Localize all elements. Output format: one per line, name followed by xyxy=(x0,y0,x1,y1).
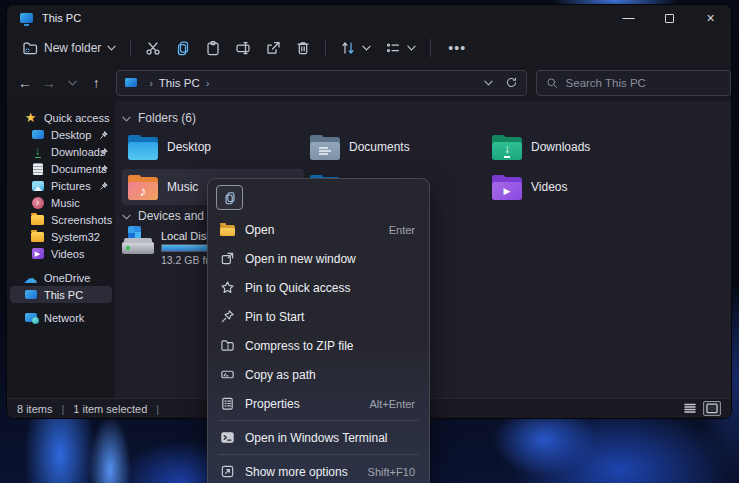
paste-icon xyxy=(205,40,221,56)
pin-icon xyxy=(100,129,108,141)
sidebar-item-videos[interactable]: ▶ Videos xyxy=(7,245,115,262)
navigation-bar: ← → ↑ › This PC › Search This PC xyxy=(7,64,731,101)
menu-separator xyxy=(218,454,419,455)
pin-icon xyxy=(100,146,108,158)
toolbar-divider xyxy=(130,39,131,57)
maximize-icon xyxy=(665,14,674,23)
breadcrumb-separator: › xyxy=(149,77,153,89)
folder-icon xyxy=(31,230,44,243)
sidebar-item-pictures[interactable]: Pictures xyxy=(7,177,115,194)
sidebar-item-onedrive[interactable]: ☁ OneDrive xyxy=(7,269,115,286)
recent-locations-chevron[interactable] xyxy=(61,71,85,95)
search-icon xyxy=(546,77,558,89)
refresh-icon[interactable] xyxy=(505,76,518,89)
menu-item-show-more-options[interactable]: Show more options Shift+F10 xyxy=(212,457,425,483)
pictures-icon xyxy=(31,179,44,192)
menu-item-properties[interactable]: Properties Alt+Enter xyxy=(212,389,425,418)
copy-button[interactable] xyxy=(168,35,198,61)
menu-separator xyxy=(218,420,419,421)
collapse-chevron-icon xyxy=(122,209,131,223)
menu-item-open-new-window[interactable]: Open in new window xyxy=(212,244,425,273)
breadcrumb-separator: › xyxy=(206,77,210,89)
context-menu: Open Enter Open in new window Pin to Qui… xyxy=(207,178,430,483)
open-new-window-icon xyxy=(220,251,235,266)
cut-button[interactable] xyxy=(138,35,168,61)
command-bar: New folder xyxy=(7,31,731,64)
network-icon xyxy=(24,311,37,324)
up-button[interactable]: ↑ xyxy=(84,71,108,95)
sidebar-item-desktop[interactable]: Desktop xyxy=(7,126,115,143)
desktop-wallpaper: This PC — × New folder xyxy=(0,0,739,483)
show-more-icon xyxy=(220,464,235,479)
sidebar-item-network[interactable]: Network xyxy=(7,309,115,326)
pin-icon xyxy=(100,163,108,175)
onedrive-cloud-icon: ☁ xyxy=(24,271,37,284)
window-title: This PC xyxy=(42,12,81,24)
minimize-button[interactable]: — xyxy=(608,5,649,31)
large-icons-view-button[interactable] xyxy=(703,401,721,416)
folder-tile-desktop[interactable]: Desktop xyxy=(122,129,304,165)
menu-item-compress-zip[interactable]: Compress to ZIP file xyxy=(212,331,425,360)
search-placeholder: Search This PC xyxy=(566,77,646,89)
share-icon xyxy=(265,40,281,56)
sidebar-item-system32[interactable]: System32 xyxy=(7,228,115,245)
sidebar-item-downloads[interactable]: ↓ Downloads xyxy=(7,143,115,160)
back-button[interactable]: ← xyxy=(13,71,37,95)
paste-button[interactable] xyxy=(198,35,228,61)
videos-icon: ▶ xyxy=(31,247,44,260)
document-icon xyxy=(31,162,44,175)
folder-tile-downloads[interactable]: ↓ Downloads xyxy=(486,129,668,165)
title-bar[interactable]: This PC — × xyxy=(7,5,731,31)
rename-icon xyxy=(235,40,251,56)
breadcrumb[interactable]: This PC xyxy=(159,77,200,89)
downloads-folder-icon: ↓ xyxy=(492,135,522,160)
star-icon: ★ xyxy=(24,111,37,124)
menu-item-open-windows-terminal[interactable]: Open in Windows Terminal xyxy=(212,423,425,452)
folder-tile-videos[interactable]: ▶ Videos xyxy=(486,169,668,205)
sidebar-item-quick-access[interactable]: ★ Quick access xyxy=(7,109,115,126)
sidebar-item-music[interactable]: ♪ Music xyxy=(7,194,115,211)
copy-path-icon xyxy=(220,367,235,382)
menu-item-open[interactable]: Open Enter xyxy=(212,215,425,244)
sort-icon xyxy=(340,40,356,56)
status-divider: | xyxy=(61,403,64,415)
folders-section-header[interactable]: Folders (6) xyxy=(122,111,196,125)
toolbar-divider xyxy=(325,39,326,57)
close-button[interactable]: × xyxy=(690,5,731,31)
this-pc-icon xyxy=(24,288,37,301)
sidebar-item-this-pc[interactable]: This PC xyxy=(10,286,112,303)
maximize-button[interactable] xyxy=(649,5,690,31)
open-folder-icon xyxy=(220,224,235,236)
view-button[interactable] xyxy=(378,35,423,61)
status-divider: | xyxy=(156,403,159,415)
menu-item-copy-as-path[interactable]: Copy as path xyxy=(212,360,425,389)
navigation-pane: ★ Quick access Desktop ↓ Downloads Docum… xyxy=(7,101,115,398)
delete-button[interactable] xyxy=(288,35,318,61)
menu-item-pin-quick-access[interactable]: Pin to Quick access xyxy=(212,273,425,302)
copy-icon xyxy=(175,40,191,56)
share-button[interactable] xyxy=(258,35,288,61)
documents-folder-icon xyxy=(310,135,340,160)
selected-count: 1 item selected xyxy=(73,403,147,415)
sidebar-item-screenshots[interactable]: Screenshots xyxy=(7,211,115,228)
see-more-button[interactable]: ••• xyxy=(438,40,476,56)
sidebar-item-documents[interactable]: Documents xyxy=(7,160,115,177)
properties-icon xyxy=(220,396,235,411)
terminal-icon xyxy=(220,430,235,445)
view-icon xyxy=(385,40,401,56)
forward-button[interactable]: → xyxy=(37,71,61,95)
menu-item-pin-start[interactable]: Pin to Start xyxy=(212,302,425,331)
chevron-down-icon xyxy=(407,45,416,51)
copy-quick-button[interactable] xyxy=(216,185,243,210)
address-bar[interactable]: › This PC › xyxy=(116,70,526,96)
chevron-down-icon xyxy=(362,45,371,51)
search-input[interactable]: Search This PC xyxy=(536,70,731,96)
folder-icon xyxy=(31,213,44,226)
new-folder-button[interactable]: New folder xyxy=(15,35,123,61)
address-dropdown-chevron[interactable] xyxy=(484,80,493,86)
rename-button[interactable] xyxy=(228,35,258,61)
desktop-icon xyxy=(31,128,44,141)
details-view-button[interactable] xyxy=(681,401,699,416)
folder-tile-documents[interactable]: Documents xyxy=(304,129,486,165)
sort-button[interactable] xyxy=(333,35,378,61)
